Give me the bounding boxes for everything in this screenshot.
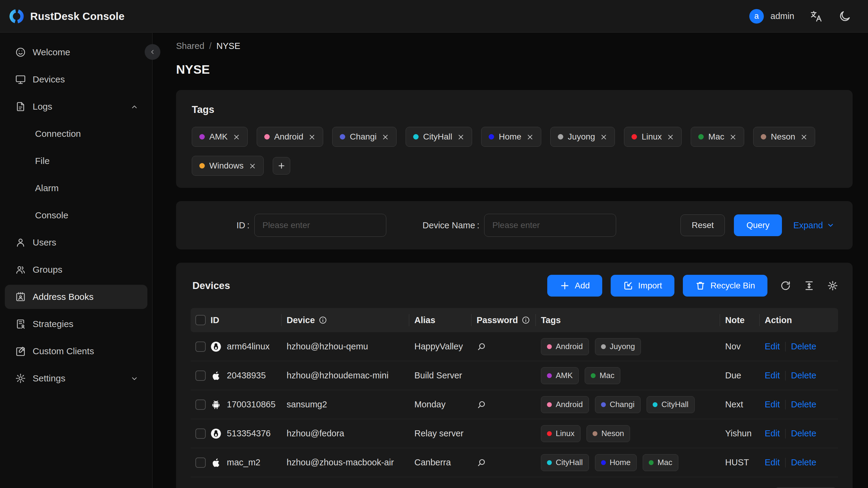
edit-link[interactable]: Edit: [765, 341, 780, 352]
device-name-filter-label: Device Name: [423, 220, 475, 231]
tag-color-dot: [264, 134, 270, 140]
id-filter-input[interactable]: [254, 214, 386, 237]
action-divider: [785, 458, 785, 467]
sidebar-label: Address Books: [33, 292, 94, 302]
sidebar-item-groups[interactable]: Groups: [5, 257, 147, 282]
tag-label: Mac: [708, 132, 724, 142]
tag-chip[interactable]: Home: [481, 127, 541, 147]
tag-chip[interactable]: AMK: [192, 127, 248, 147]
row-checkbox[interactable]: [195, 370, 206, 381]
add-tag-button[interactable]: [273, 157, 290, 175]
tag-chip[interactable]: Juyong: [550, 127, 615, 147]
tag-chip[interactable]: Changi: [332, 127, 397, 147]
tag-chip[interactable]: CityHall: [406, 127, 472, 147]
tag-color-dot: [340, 134, 345, 140]
row-checkbox[interactable]: [195, 428, 206, 439]
close-icon[interactable]: [667, 133, 674, 141]
sidebar-label: Settings: [33, 373, 65, 384]
close-icon[interactable]: [526, 133, 534, 141]
tag-chip[interactable]: Neson: [753, 127, 815, 147]
sidebar-item-address-books[interactable]: Address Books: [5, 285, 147, 309]
tag-label: Android: [274, 132, 304, 142]
close-icon[interactable]: [308, 133, 316, 141]
action-divider: [785, 342, 785, 352]
gear-icon: [15, 373, 26, 384]
edit-link[interactable]: Edit: [765, 458, 780, 467]
table-settings-gear-icon[interactable]: [827, 280, 838, 291]
row-checkbox[interactable]: [195, 399, 206, 410]
tag-label: Changi: [350, 132, 377, 142]
device-name-filter-input[interactable]: [484, 214, 616, 237]
delete-link[interactable]: Delete: [791, 370, 816, 380]
sidebar-item-file[interactable]: File: [5, 149, 147, 173]
refresh-icon[interactable]: [780, 280, 791, 291]
delete-link[interactable]: Delete: [791, 458, 816, 467]
tag-label: Neson: [771, 132, 795, 142]
tag-chip[interactable]: Windows: [192, 156, 264, 176]
sidebar-collapse-button[interactable]: [145, 44, 160, 60]
info-icon[interactable]: [319, 316, 327, 324]
tag-label: Windows: [209, 161, 244, 171]
language-icon[interactable]: [810, 10, 823, 23]
sidebar-item-settings[interactable]: Settings: [5, 366, 147, 391]
device-id: mac_m2: [227, 458, 260, 467]
edit-link[interactable]: Edit: [765, 370, 780, 380]
edit-link[interactable]: Edit: [765, 399, 780, 409]
view-password-icon[interactable]: [476, 400, 486, 409]
tag-chip: CityHall: [647, 396, 695, 413]
import-button[interactable]: Import: [611, 275, 674, 297]
delete-link[interactable]: Delete: [791, 428, 816, 438]
column-header-alias: Alias: [414, 308, 476, 332]
edit-link[interactable]: Edit: [765, 428, 780, 438]
close-icon[interactable]: [457, 133, 465, 141]
row-checkbox[interactable]: [195, 341, 206, 352]
tag-chip[interactable]: Android: [257, 127, 323, 147]
tag-chip: AMK: [541, 367, 579, 384]
sidebar-item-alarm[interactable]: Alarm: [5, 176, 147, 200]
reset-button[interactable]: Reset: [680, 214, 725, 236]
avatar[interactable]: a: [749, 9, 764, 24]
main-content: Shared / NYSE NYSE Tags AMK Android Chan…: [153, 33, 868, 488]
delete-link[interactable]: Delete: [791, 341, 816, 352]
add-button[interactable]: Add: [547, 275, 602, 297]
rustdesk-logo-icon: [9, 9, 24, 24]
sidebar-item-devices[interactable]: Devices: [5, 67, 147, 92]
breadcrumb-parent[interactable]: Shared: [176, 41, 205, 51]
sidebar-item-strategies[interactable]: Strategies: [5, 312, 147, 336]
sidebar-item-console[interactable]: Console: [5, 203, 147, 227]
device-alias: Canberra: [414, 458, 476, 467]
recycle-bin-button[interactable]: Recycle Bin: [683, 275, 768, 297]
strategy-icon: [15, 318, 26, 330]
sidebar-item-users[interactable]: Users: [5, 231, 147, 254]
close-icon[interactable]: [730, 133, 737, 141]
view-password-icon[interactable]: [476, 342, 486, 352]
info-icon[interactable]: [522, 316, 530, 324]
select-all-checkbox[interactable]: [195, 315, 206, 325]
close-icon[interactable]: [600, 133, 607, 141]
dark-mode-icon[interactable]: [838, 10, 851, 23]
tag-chip[interactable]: Linux: [624, 127, 682, 147]
sidebar-item-connection[interactable]: Connection: [5, 122, 147, 146]
tag-chip[interactable]: Mac: [691, 127, 744, 147]
close-icon[interactable]: [800, 133, 808, 141]
view-password-icon[interactable]: [476, 458, 486, 467]
expand-toggle[interactable]: Expand: [794, 220, 835, 231]
tag-label: Home: [499, 132, 521, 142]
import-icon: [623, 280, 633, 291]
action-divider: [785, 429, 785, 438]
close-icon[interactable]: [382, 133, 389, 141]
query-button[interactable]: Query: [734, 214, 782, 236]
delete-link[interactable]: Delete: [791, 399, 816, 409]
device-id: 513354376: [227, 428, 271, 438]
row-height-icon[interactable]: [804, 280, 814, 291]
table-row: 1700310865 sansumg2 Monday Android Chang…: [191, 390, 838, 419]
sidebar-item-logs[interactable]: Logs: [5, 94, 147, 119]
row-checkbox[interactable]: [195, 458, 206, 468]
close-icon[interactable]: [233, 133, 240, 141]
sidebar-item-custom-clients[interactable]: Custom Clients: [5, 339, 147, 363]
close-icon[interactable]: [249, 162, 256, 170]
sidebar-item-welcome[interactable]: Welcome: [5, 40, 147, 64]
tag-color-dot: [593, 431, 597, 436]
user-menu[interactable]: a admin: [749, 9, 794, 24]
tag-chip: Mac: [585, 367, 620, 384]
